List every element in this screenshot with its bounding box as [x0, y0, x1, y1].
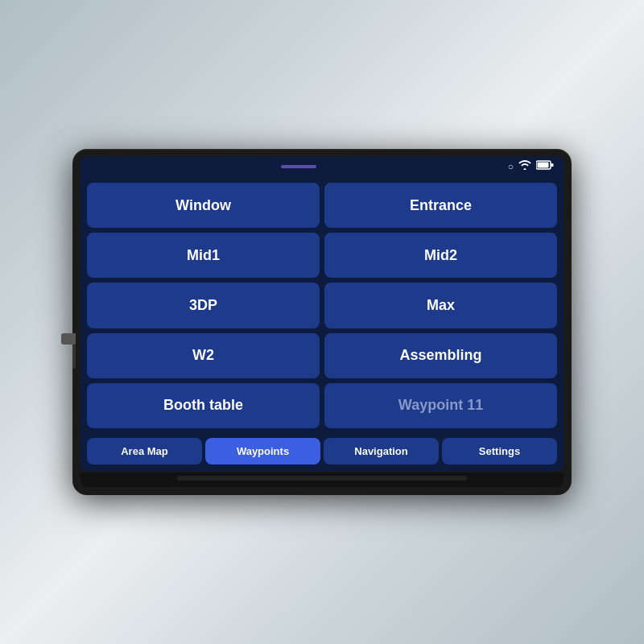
waypoint-btn-waypoint-11[interactable]: Waypoint 11 — [324, 383, 557, 428]
nav-btn-settings[interactable]: Settings — [442, 438, 557, 464]
nav-btn-area-map[interactable]: Area Map — [87, 438, 202, 464]
cloud-icon: ○ — [508, 161, 514, 173]
status-bar: ○ — [80, 157, 564, 176]
waypoints-grid: WindowEntranceMid1Mid23DPMaxW2Assembling… — [80, 176, 564, 433]
waypoint-btn-window[interactable]: Window — [87, 183, 320, 228]
waypoint-btn-assembling[interactable]: Assembling — [324, 333, 557, 378]
cable — [50, 317, 76, 365]
nav-btn-waypoints[interactable]: Waypoints — [205, 438, 320, 464]
waypoint-btn-booth-table[interactable]: Booth table — [87, 383, 320, 428]
status-ready — [281, 165, 316, 168]
waypoint-btn-entrance[interactable]: Entrance — [324, 183, 557, 228]
screen: ○ — [80, 157, 564, 471]
nav-btn-navigation[interactable]: Navigation — [324, 438, 439, 464]
nav-bar: Area MapWaypointsNavigationSettings — [80, 433, 564, 471]
wifi-icon — [518, 160, 531, 173]
battery-icon — [536, 160, 554, 173]
waypoint-btn-3dp[interactable]: 3DP — [87, 283, 320, 328]
device-container: ○ — [72, 149, 572, 495]
device-outer: ○ — [72, 149, 572, 495]
waypoint-btn-w2[interactable]: W2 — [87, 333, 320, 378]
waypoint-btn-max[interactable]: Max — [324, 283, 557, 328]
svg-rect-1 — [538, 163, 549, 168]
device-stand — [80, 473, 564, 487]
waypoint-btn-mid1[interactable]: Mid1 — [87, 233, 320, 278]
status-icons: ○ — [508, 160, 554, 173]
waypoint-btn-mid2[interactable]: Mid2 — [324, 233, 557, 278]
svg-rect-2 — [551, 163, 554, 167]
